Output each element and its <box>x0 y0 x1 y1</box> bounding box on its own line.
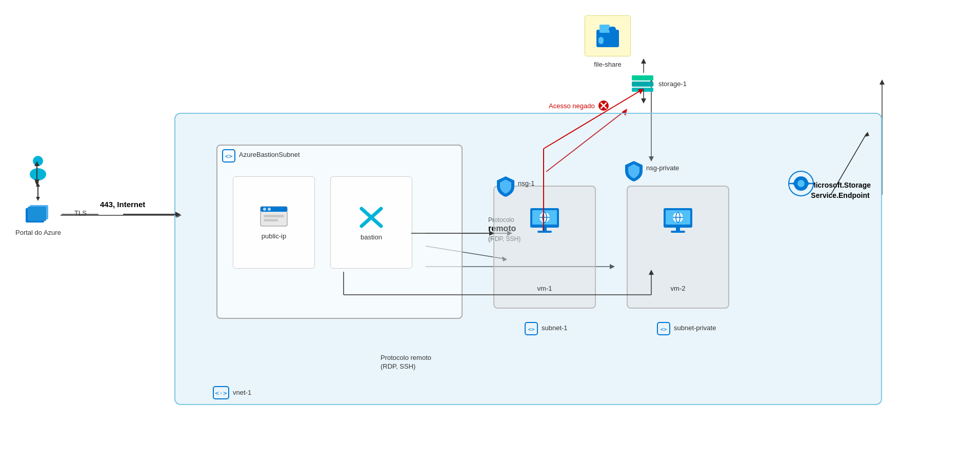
svg-rect-26 <box>28 207 46 221</box>
svg-rect-33 <box>264 215 284 217</box>
bastion-box: bastion <box>330 176 412 269</box>
nsg-private-label: nsg-private <box>646 164 679 172</box>
portal-section: Portal do Azure <box>15 154 61 236</box>
svg-point-32 <box>268 208 271 211</box>
service-endpoint-icon <box>788 170 814 197</box>
portal-icon <box>25 203 51 225</box>
service-endpoint-label: Microsoft.Storage Service.Endpoint <box>810 180 871 200</box>
subnet-private-icon: <> <box>656 321 671 336</box>
file-share-label: file-share <box>594 60 621 68</box>
public-ip-label: public-ip <box>262 232 286 240</box>
bastion-subnet-box: <> AzureBastionSubnet public-ip <box>216 145 463 319</box>
nsg1-icon <box>496 175 515 197</box>
svg-point-57 <box>797 180 805 187</box>
access-denied-icon <box>598 100 609 111</box>
svg-marker-22 <box>36 183 40 187</box>
file-share-box: file-share <box>585 15 631 68</box>
svg-text:<>: <> <box>225 153 232 160</box>
connection-label: 443, Internet <box>100 200 145 209</box>
svg-marker-23 <box>36 197 40 201</box>
vm2-icon <box>662 207 694 235</box>
vm1-icon <box>528 207 561 235</box>
svg-rect-34 <box>264 219 278 221</box>
svg-rect-67 <box>598 37 604 44</box>
vm2-label: vm-2 <box>671 285 686 292</box>
nsg1-label: nsg-1 <box>518 179 535 187</box>
svg-rect-43 <box>537 231 552 233</box>
tls-label: TLS <box>74 209 87 217</box>
storage1-box: storage-1 <box>631 74 687 93</box>
svg-text:<>: <> <box>528 326 535 333</box>
svg-point-31 <box>263 208 266 211</box>
bastion-subnet-icon: <> <box>222 149 236 163</box>
vm1-label: vm-1 <box>537 285 552 292</box>
svg-text:<·>: <·> <box>215 389 227 397</box>
double-arrow-vertical <box>34 183 42 201</box>
subnet1-label: subnet-1 <box>542 324 568 332</box>
svg-rect-65 <box>599 25 610 33</box>
svg-rect-69 <box>632 82 653 87</box>
storage1-label: storage-1 <box>658 80 687 88</box>
storage1-icon <box>631 74 654 93</box>
svg-marker-92 <box>641 98 646 104</box>
nsg-private-icon <box>624 160 644 181</box>
diagram-container: Portal do Azure TLS 443, Internet <> Azu… <box>0 0 980 465</box>
svg-point-19 <box>33 156 43 166</box>
protocolo2-label: Protocolo remoto <box>381 354 431 361</box>
svg-marker-18 <box>879 79 885 85</box>
bastion-icon <box>356 205 386 230</box>
subnet-private-box: vm-2 <box>627 186 729 309</box>
svg-rect-68 <box>632 75 653 80</box>
vnet1-label: vnet-1 <box>233 389 251 396</box>
subnet1-box: vm-1 <box>493 186 596 309</box>
svg-marker-90 <box>641 58 646 64</box>
access-denied-box: Acesso negado <box>549 100 609 111</box>
public-ip-box: public-ip <box>233 176 315 269</box>
svg-text:<>: <> <box>660 326 667 333</box>
user-icon <box>26 154 50 180</box>
svg-rect-42 <box>543 228 547 231</box>
bastion-label: bastion <box>361 233 382 241</box>
svg-rect-52 <box>671 231 685 233</box>
file-share-icon <box>593 22 622 50</box>
vnet-box: <> AzureBastionSubnet public-ip <box>174 113 882 405</box>
subnet1-icon: <> <box>524 321 538 336</box>
svg-rect-70 <box>632 88 653 92</box>
svg-point-20 <box>30 168 46 180</box>
svg-rect-51 <box>676 228 680 231</box>
vnet1-icon: <·> <box>212 386 230 400</box>
svg-rect-66 <box>609 27 616 32</box>
bastion-subnet-label: AzureBastionSubnet <box>239 151 300 158</box>
public-ip-icon <box>259 206 288 229</box>
portal-label: Portal do Azure <box>15 229 61 236</box>
subnet-private-label: subnet-private <box>674 324 716 332</box>
protocolo2-sub: (RDP, SSH) <box>381 362 415 370</box>
access-denied-label: Acesso negado <box>549 102 595 110</box>
